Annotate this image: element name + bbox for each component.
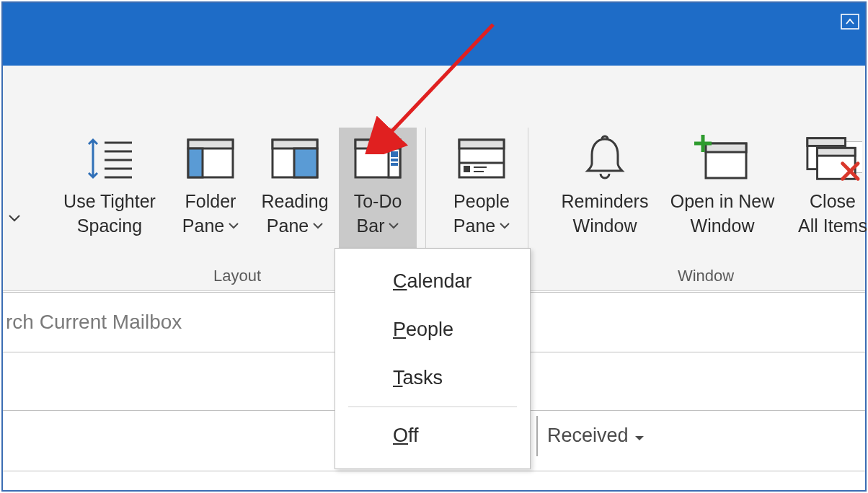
button-label-line1: To-Do [354, 190, 402, 214]
svg-rect-17 [391, 163, 398, 166]
svg-rect-15 [391, 151, 398, 157]
svg-rect-29 [807, 138, 846, 146]
people-pane-icon [456, 137, 507, 180]
button-label-line1: Close [810, 190, 856, 214]
reading-pane-button[interactable]: Reading Pane [251, 128, 339, 254]
app-frame: Use Tighter Spacing Folder [1, 1, 867, 492]
column-label: Received [547, 425, 629, 447]
button-label-line1: People [453, 190, 510, 214]
bell-icon [582, 133, 628, 184]
button-label-line2: All Items [798, 214, 867, 239]
chevron-down-icon [500, 223, 510, 230]
button-label-line2: Bar [357, 214, 385, 239]
reading-pane-icon [270, 137, 320, 180]
close-windows-icon [805, 135, 861, 182]
svg-rect-19 [459, 140, 504, 148]
todo-bar-dropdown-menu: Calendar People Tasks Off [335, 248, 531, 469]
received-column-header[interactable]: Received [547, 425, 645, 447]
button-label-line2: Pane [182, 214, 224, 239]
open-in-new-window-button[interactable]: Open in New Window [659, 128, 786, 254]
button-label-line1: Use Tighter [63, 190, 156, 214]
todo-bar-icon [353, 137, 403, 180]
reminders-window-button[interactable]: Reminders Window [551, 128, 659, 254]
new-window-icon [694, 135, 750, 182]
title-bar [3, 3, 865, 66]
svg-rect-21 [464, 166, 470, 172]
menu-item-calendar[interactable]: Calendar [335, 257, 530, 306]
chevron-down-icon [229, 223, 239, 230]
use-tighter-spacing-button[interactable]: Use Tighter Spacing [49, 128, 170, 254]
svg-rect-13 [355, 140, 400, 148]
menu-item-tasks[interactable]: Tasks [335, 354, 530, 402]
menu-separator [348, 407, 517, 407]
svg-rect-31 [818, 148, 856, 156]
button-label-line2: Pane [267, 214, 309, 239]
chevron-down-icon [313, 223, 323, 230]
svg-rect-25 [706, 143, 746, 152]
menu-item-off[interactable]: Off [335, 412, 530, 460]
sort-indicator-icon [634, 425, 645, 447]
group-label-window: Window [536, 267, 868, 285]
button-label-line2: Window [573, 214, 637, 239]
collapse-ribbon-button[interactable] [839, 12, 861, 32]
people-pane-button[interactable]: People Pane [440, 128, 523, 254]
svg-rect-11 [294, 148, 317, 177]
ribbon-group-window: Reminders Window [536, 66, 868, 291]
button-label-line1: Reminders [562, 190, 649, 214]
column-separator [536, 416, 538, 456]
tighter-spacing-icon [84, 136, 135, 182]
menu-item-people[interactable]: People [335, 306, 530, 354]
previous-group-dropdown[interactable] [6, 210, 23, 227]
svg-rect-16 [391, 159, 398, 161]
button-label-line1: Folder [185, 190, 236, 214]
chevron-down-icon [389, 223, 399, 230]
search-placeholder: rch Current Mailbox [6, 311, 182, 334]
svg-rect-7 [188, 140, 233, 148]
svg-rect-8 [188, 148, 203, 177]
close-all-items-button[interactable]: Close All Items [786, 128, 868, 254]
button-label-line1: Open in New [670, 190, 775, 214]
todo-bar-button[interactable]: To-Do Bar [339, 128, 417, 254]
button-label-line2: Pane [453, 214, 495, 239]
svg-rect-0 [841, 14, 859, 29]
folder-pane-button[interactable]: Folder Pane [170, 128, 251, 254]
button-label-line2: Window [691, 214, 755, 239]
svg-rect-10 [273, 140, 317, 148]
folder-pane-icon [185, 137, 236, 180]
button-label-line2: Spacing [77, 214, 142, 239]
button-label-line1: Reading [261, 190, 328, 214]
